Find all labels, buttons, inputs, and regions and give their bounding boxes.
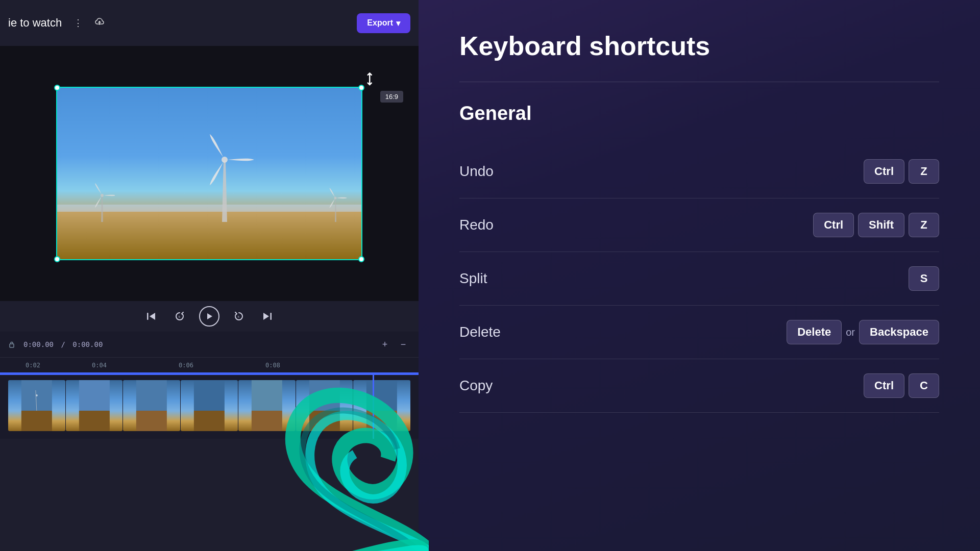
resize-handle-icon[interactable] xyxy=(361,70,380,89)
shortcut-keys-copy: Ctrl C xyxy=(864,373,939,398)
aspect-ratio-badge: 16:9 xyxy=(380,91,403,103)
key-delete: Delete xyxy=(787,320,842,344)
key-ctrl-copy: Ctrl xyxy=(864,373,904,398)
project-title: ie to watch xyxy=(8,16,62,30)
shortcut-keys-delete: Delete or Backspace xyxy=(787,320,939,344)
shortcut-name-delete: Delete xyxy=(459,324,501,340)
video-canvas: 16:9 xyxy=(56,87,362,260)
svg-rect-16 xyxy=(79,411,110,431)
svg-marker-4 xyxy=(335,199,336,222)
skip-to-end-button[interactable] xyxy=(258,307,277,325)
filmstrip-area xyxy=(0,372,419,439)
export-label: Export xyxy=(367,18,393,28)
filmstrip-thumb-6 xyxy=(296,380,353,431)
shortcut-row-split: Split S xyxy=(459,252,939,306)
svg-rect-10 xyxy=(10,344,14,347)
more-options-button[interactable]: ⋮ xyxy=(70,15,86,31)
export-button[interactable]: Export ▾ xyxy=(357,13,410,33)
svg-rect-9 xyxy=(271,313,272,320)
shortcut-keys-redo: Ctrl Shift Z xyxy=(813,213,939,237)
svg-rect-19 xyxy=(194,380,225,411)
key-ctrl-undo: Ctrl xyxy=(864,159,904,184)
svg-rect-15 xyxy=(79,380,110,411)
key-s-split: S xyxy=(909,266,939,291)
shortcuts-panel: Keyboard shortcuts General Undo Ctrl Z R… xyxy=(419,0,980,551)
svg-rect-26 xyxy=(366,411,397,431)
svg-rect-21 xyxy=(252,380,282,411)
time-mark-3: 0:06 xyxy=(179,362,193,369)
key-c-copy: C xyxy=(909,373,939,398)
controls-bar: 5 5 xyxy=(0,301,419,332)
time-separator: / xyxy=(61,340,65,348)
time-mark-1: 0:02 xyxy=(26,362,40,369)
svg-rect-23 xyxy=(309,380,339,411)
time-mark-2: 0:04 xyxy=(92,362,107,369)
svg-rect-18 xyxy=(136,411,167,431)
replay-5-button[interactable]: 5 xyxy=(170,307,189,325)
shortcuts-section-general-title: General xyxy=(459,103,939,124)
shortcut-row-undo: Undo Ctrl Z xyxy=(459,145,939,198)
windmill-left-small xyxy=(89,181,115,222)
svg-text:5: 5 xyxy=(179,315,181,318)
editor-panel: ie to watch ⋮ Export ▾ xyxy=(0,0,419,551)
play-button[interactable] xyxy=(199,306,219,327)
svg-rect-12 xyxy=(21,411,52,431)
svg-rect-22 xyxy=(252,411,282,431)
shortcut-keys-undo: Ctrl Z xyxy=(864,159,939,184)
video-preview: 16:9 xyxy=(0,46,419,301)
svg-rect-6 xyxy=(147,313,149,320)
current-time: 0:00.00 xyxy=(23,340,54,348)
filmstrip-thumb-4 xyxy=(181,380,238,431)
svg-point-3 xyxy=(101,194,104,197)
shortcuts-divider xyxy=(459,82,939,82)
svg-rect-25 xyxy=(366,380,397,411)
cloud-upload-icon xyxy=(94,17,105,29)
export-dropdown-icon: ▾ xyxy=(396,18,400,28)
windmill-main xyxy=(194,130,255,222)
svg-rect-17 xyxy=(136,380,167,411)
time-display: 0:00.00 / 0:00.00 xyxy=(23,340,103,348)
shortcut-name-split: Split xyxy=(459,270,487,287)
total-time: 0:00.00 xyxy=(72,340,103,348)
lock-icon xyxy=(8,341,15,348)
key-shift-redo: Shift xyxy=(858,213,904,237)
svg-rect-24 xyxy=(309,411,339,431)
forward-5-button[interactable]: 5 xyxy=(230,307,248,325)
filmstrip-thumb-5 xyxy=(238,380,296,431)
cloud-upload-button[interactable] xyxy=(91,15,108,31)
header-icons: ⋮ xyxy=(70,15,108,31)
svg-rect-20 xyxy=(194,411,225,431)
svg-text:5: 5 xyxy=(238,315,240,318)
svg-point-1 xyxy=(222,157,228,163)
key-ctrl-redo: Ctrl xyxy=(813,213,854,237)
editor-header: ie to watch ⋮ Export ▾ xyxy=(0,0,419,46)
svg-marker-0 xyxy=(222,161,227,222)
key-backspace: Backspace xyxy=(859,320,939,344)
timeline-controls: + − xyxy=(378,337,410,352)
windmill-right-small xyxy=(324,186,347,222)
filmstrip-thumb-1 xyxy=(8,380,65,431)
playhead-indicator xyxy=(373,372,374,439)
key-z-undo: Z xyxy=(909,159,939,184)
timeline-area: 0:00.00 / 0:00.00 + − xyxy=(0,332,419,357)
zoom-in-button[interactable]: + xyxy=(378,337,392,352)
filmstrip-thumb-3 xyxy=(123,380,180,431)
lock-icon-container xyxy=(8,341,15,348)
shortcut-name-redo: Redo xyxy=(459,217,494,233)
filmstrip-thumb-7 xyxy=(353,380,410,431)
svg-point-5 xyxy=(334,197,337,199)
key-z-redo: Z xyxy=(909,213,939,237)
more-options-icon: ⋮ xyxy=(74,17,83,29)
shortcut-keys-split: S xyxy=(909,266,939,291)
svg-marker-2 xyxy=(101,196,103,222)
shortcuts-panel-title: Keyboard shortcuts xyxy=(459,31,939,61)
shortcut-name-copy: Copy xyxy=(459,378,493,394)
zoom-out-button[interactable]: − xyxy=(396,337,410,352)
shortcut-row-delete: Delete Delete or Backspace xyxy=(459,306,939,359)
skip-to-start-button[interactable] xyxy=(142,307,160,325)
shortcut-name-undo: Undo xyxy=(459,163,494,180)
windmill-scene xyxy=(56,87,362,260)
shortcut-row-redo: Redo Ctrl Shift Z xyxy=(459,198,939,252)
time-mark-4: 0:08 xyxy=(265,362,280,369)
filmstrip-thumb-2 xyxy=(66,380,123,431)
